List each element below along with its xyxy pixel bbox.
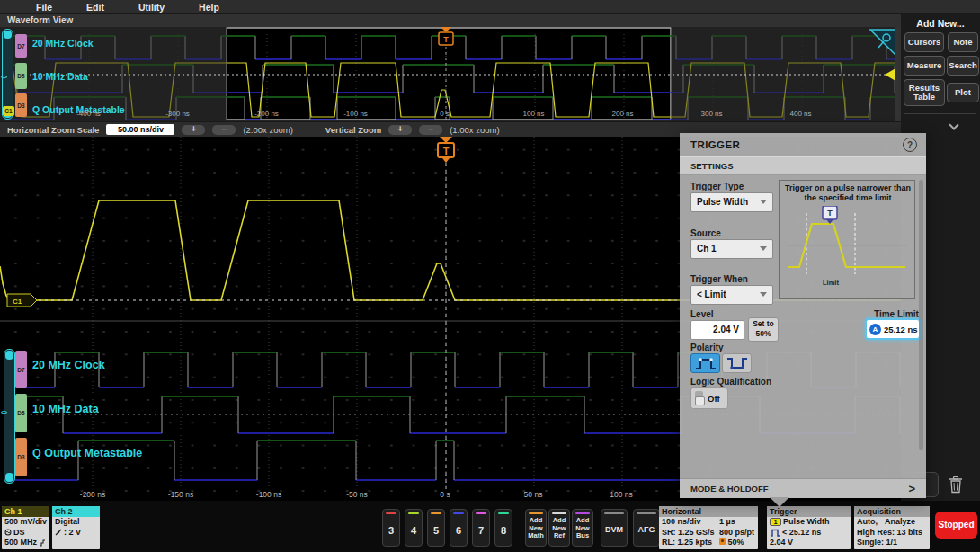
bus-expand-icon[interactable]: <> (1, 74, 6, 80)
h-zoom-plus-button[interactable]: + (182, 125, 205, 135)
add-new-math-button[interactable]: Add New Math (525, 509, 547, 547)
trigger-limit-text: < 25.12 ns (782, 528, 821, 539)
overview-ch1-marker[interactable]: C1 (3, 106, 14, 116)
overview-tick-label: -300 ns (133, 110, 222, 118)
menu-item[interactable]: Utility (138, 2, 165, 13)
menu-item[interactable]: Help (199, 2, 219, 13)
collapse-chevron-icon[interactable] (949, 120, 958, 129)
add-new-title: Add New... (901, 18, 980, 29)
ch2-badge[interactable]: Ch 2 Digital : 2 V (52, 506, 100, 549)
panel-scrollbar[interactable] (919, 180, 923, 450)
h-zoom-scale-input[interactable]: 50.00 ns/div (106, 124, 174, 135)
digital-chip-d7[interactable]: D7 (15, 351, 27, 388)
waveform-view-tab[interactable]: Waveform View (0, 14, 901, 27)
overview-tick-label: 300 ns (667, 110, 756, 118)
digital-channels-handle[interactable] (4, 349, 15, 484)
cursors-button[interactable]: Cursors (904, 32, 944, 52)
trigger-badge[interactable]: Trigger 1 Pulse Width < 25.12 ns 2.04 V (767, 506, 851, 549)
overview-chip-d3[interactable]: D3 (15, 93, 27, 117)
time-limit-input[interactable]: A 25.12 ns (865, 318, 921, 340)
h-position: 50% (719, 538, 755, 548)
h-zoom-minus-button[interactable]: − (212, 125, 236, 135)
trigger-hint-diagram: Trigger on a pulse narrower than the spe… (779, 180, 915, 299)
h-zoom-factor: (2.00x zoom) (243, 125, 292, 135)
dvm-button[interactable]: DVM (601, 509, 628, 547)
trigger-when-label: Trigger When (690, 274, 748, 284)
measure-button[interactable]: Measure (904, 56, 945, 76)
ch1-badge-title: Ch 1 (2, 506, 49, 517)
overview-plot: T (0, 27, 901, 121)
svg-text:T: T (827, 209, 833, 218)
toggle-slider-icon (695, 391, 703, 405)
tab-settings[interactable]: SETTINGS (680, 156, 926, 175)
trigger-type-select[interactable]: Pulse Width (690, 192, 773, 212)
graticule-bottom-edge (0, 503, 901, 503)
ch2-badge-title: Ch 2 (52, 506, 100, 517)
h-sample-rate: SR: 1.25 GS/s (662, 528, 719, 539)
main-tick-label: -50 ns (313, 490, 401, 499)
menu-item[interactable]: File (36, 2, 52, 13)
acquisition-badge[interactable]: Acquisition Auto, Analyze High Res: 13 b… (854, 506, 930, 549)
svg-text:T: T (443, 35, 449, 44)
plot-button[interactable]: Plot (947, 83, 979, 102)
v-zoom-plus-button[interactable]: + (388, 125, 412, 135)
overview-chip-d7[interactable]: D7 (15, 34, 27, 58)
main-tick-label: 100 ns (577, 490, 665, 499)
negative-pulse-icon (726, 356, 749, 370)
trigger-type-label: Trigger Type (690, 182, 744, 191)
v-zoom-minus-button[interactable]: − (419, 125, 442, 135)
menu-item[interactable]: Edit (86, 2, 104, 13)
set-to-50-button[interactable]: Set to 50% (748, 317, 779, 342)
chevron-right-icon: > (908, 482, 915, 495)
channel-3-button[interactable]: 3 (382, 509, 400, 547)
overview-tick-label: -100 ns (311, 110, 400, 118)
run-stop-status-button[interactable]: Stopped (935, 512, 977, 539)
channel-8-button[interactable]: 8 (494, 509, 512, 547)
digital-chip-d5[interactable]: D5 (15, 394, 27, 432)
search-button[interactable]: Search (947, 56, 979, 76)
chevron-down-icon (760, 200, 767, 204)
trash-button[interactable] (942, 471, 969, 497)
overview-scrollbar[interactable] (895, 27, 901, 121)
results-table-button[interactable]: Results Table (904, 79, 945, 106)
main-tick-label: -150 ns (137, 490, 225, 499)
polarity-positive-button[interactable] (690, 353, 720, 373)
logic-qualification-toggle[interactable]: Off (690, 387, 728, 409)
bandwidth-icon (39, 539, 46, 547)
channel-7-button[interactable]: 7 (472, 509, 490, 547)
trigger-when-select[interactable]: < Limit (690, 285, 773, 305)
digital-chip-d3[interactable]: D3 (15, 438, 27, 476)
bus-expand-icon[interactable]: <> (1, 409, 6, 415)
horizontal-badge[interactable]: Horizontal 100 ns/div 1 µs SR: 1.25 GS/s… (659, 506, 758, 549)
add-new-ref-button[interactable]: Add New Ref (548, 509, 570, 547)
mode-holdoff-bar[interactable]: MODE & HOLDOFF > (680, 478, 926, 498)
diagram-trigger-marker-icon: T (823, 206, 837, 224)
source-value: Ch 1 (697, 244, 717, 254)
source-select[interactable]: Ch 1 (690, 239, 773, 259)
polarity-negative-button[interactable] (722, 353, 752, 373)
waveform-overview[interactable]: T <> D7 D5 D3 20 MHz Clock 10 MHz Data Q… (0, 27, 901, 121)
bottom-bar: Ch 1 500 mV/div DS 500 MHz Ch 2 Digital (0, 501, 980, 552)
ch1-badge[interactable]: Ch 1 500 mV/div DS 500 MHz (2, 506, 49, 549)
channel-4-button[interactable]: 4 (405, 509, 423, 547)
digital-channel-label: Q Output Metastable (32, 447, 142, 459)
level-input[interactable]: 2.04 V (690, 320, 744, 340)
overview-chip-d5[interactable]: D5 (15, 63, 27, 89)
main-tick-label: -200 ns (49, 490, 137, 499)
add-new-bus-button[interactable]: Add New Bus (572, 509, 593, 547)
trigger-panel: TRIGGER ? SETTINGS Trigger Type Pulse Wi… (680, 133, 926, 498)
ch1-ground-marker[interactable]: C1 (7, 294, 37, 307)
afg-button[interactable]: AFG (633, 509, 660, 547)
help-icon[interactable]: ? (903, 138, 917, 152)
h-record-length: RL: 1.25 kpts (662, 538, 719, 548)
diagram-limit-label: Limit (823, 279, 839, 287)
acq-resolution: High Res: 13 bits (854, 528, 930, 539)
channel-5-button[interactable]: 5 (427, 509, 445, 547)
overview-tick-label: 0 s (400, 110, 489, 118)
ch1-bandwidth: 500 MHz (2, 538, 49, 548)
h-zoom-scale-label: Horizontal Zoom Scale (7, 125, 99, 135)
trigger-diagram-graphic: T Limit (780, 206, 914, 299)
time-limit-value: 25.12 ns (884, 325, 918, 334)
channel-6-button[interactable]: 6 (450, 509, 468, 547)
note-button[interactable]: Note (948, 32, 978, 52)
